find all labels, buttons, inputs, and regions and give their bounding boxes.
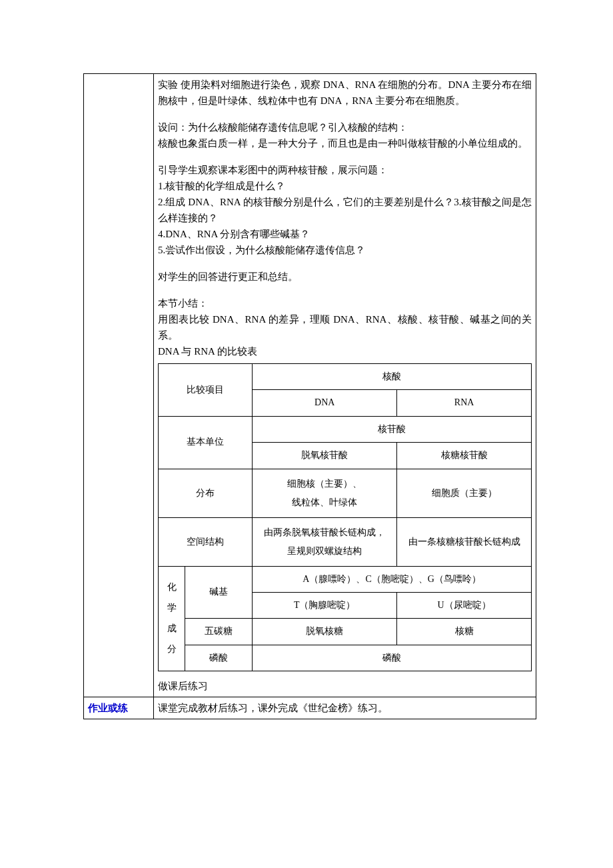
paragraph-do-practice: 做课后练习 xyxy=(158,678,532,694)
cell-ribonucleotide: 核糖核苷酸 xyxy=(397,443,532,469)
cell-common-bases: A（腺嘌呤）、C（胞嘧啶）、G（鸟嘌呤） xyxy=(253,566,532,592)
homework-text: 课堂完成教材后练习，课外完成《世纪金榜》练习。 xyxy=(158,700,532,716)
table-row: 磷酸 磷酸 xyxy=(159,645,532,671)
main-content-cell: 实验 使用染料对细胞进行染色，观察 DNA、RNA 在细胞的分布。DNA 主要分… xyxy=(154,74,536,697)
question-5: 5.尝试作出假设，为什么核酸能储存遗传信息？ xyxy=(158,242,532,258)
cell-rna-header: RNA xyxy=(397,390,532,416)
cell-phosphate-label: 磷酸 xyxy=(185,645,253,671)
cell-phosphate-value: 磷酸 xyxy=(253,645,532,671)
cell-rna-distribution: 细胞质（主要） xyxy=(397,469,532,517)
main-content-row: 实验 使用染料对细胞进行染色，观察 DNA、RNA 在细胞的分布。DNA 主要分… xyxy=(84,74,536,697)
paragraph-question-intro: 设问：为什么核酸能储存遗传信息呢？引入核酸的结构： xyxy=(158,119,532,135)
cell-distribution-label: 分布 xyxy=(159,469,253,517)
paragraph-correction: 对学生的回答进行更正和总结。 xyxy=(158,269,532,285)
cell-dna-header: DNA xyxy=(253,390,397,416)
text-line: 线粒体、叶绿体 xyxy=(292,497,357,507)
paragraph-structure-desc: 核酸也象蛋白质一样，是一种大分子，而且也是由一种叫做核苷酸的小单位组成的。 xyxy=(158,135,532,151)
table-row: 空间结构 由两条脱氧核苷酸长链构成， 呈规则双螺旋结构 由一条核糖核苷酸长链构成 xyxy=(159,517,532,566)
question-2-3: 2.组成 DNA、RNA 的核苷酸分别是什么，它们的主要差别是什么？3.核苷酸之… xyxy=(158,194,532,226)
table-row: 分布 细胞核（主要）、 线粒体、叶绿体 细胞质（主要） xyxy=(159,469,532,517)
cell-dna-distribution: 细胞核（主要）、 线粒体、叶绿体 xyxy=(253,469,397,517)
lesson-plan-table: 实验 使用染料对细胞进行染色，观察 DNA、RNA 在细胞的分布。DNA 主要分… xyxy=(83,73,536,719)
homework-row: 作业或练 课堂完成教材后练习，课外完成《世纪金榜》练习。 xyxy=(84,697,536,719)
cell-dna-structure: 由两条脱氧核苷酸长链构成， 呈规则双螺旋结构 xyxy=(253,517,397,566)
text-line: 细胞核（主要）、 xyxy=(287,479,362,489)
table-row: 基本单位 核苷酸 xyxy=(159,416,532,442)
cell-ribose: 核糖 xyxy=(397,619,532,645)
table-row: 化学成分 碱基 A（腺嘌呤）、C（胞嘧啶）、G（鸟嘌呤） xyxy=(159,566,532,592)
table-row: 比较项目 核酸 xyxy=(159,364,532,390)
cell-base-label: 碱基 xyxy=(185,566,253,619)
homework-label-cell: 作业或练 xyxy=(84,697,154,719)
question-4: 4.DNA、RNA 分别含有哪些碱基？ xyxy=(158,226,532,242)
cell-structure-label: 空间结构 xyxy=(159,517,253,566)
cell-thymine: T（胸腺嘧啶） xyxy=(253,592,397,618)
cell-rna-structure: 由一条核糖核苷酸长链构成 xyxy=(397,517,532,566)
cell-pentose-label: 五碳糖 xyxy=(185,619,253,645)
cell-nucleotide: 核苷酸 xyxy=(253,416,532,442)
cell-basic-unit-label: 基本单位 xyxy=(159,416,253,469)
table-row: 五碳糖 脱氧核糖 核糖 xyxy=(159,619,532,645)
cell-chemical-label: 化学成分 xyxy=(159,566,185,671)
main-label-cell xyxy=(84,74,154,697)
dna-rna-comparison-table: 比较项目 核酸 DNA RNA 基本单位 核苷酸 脱氧核苷酸 核糖核苷酸 分布 xyxy=(158,363,532,671)
paragraph-questions-lead: 引导学生观察课本彩图中的两种核苷酸，展示问题： xyxy=(158,162,532,178)
homework-content-cell: 课堂完成教材后练习，课外完成《世纪金榜》练习。 xyxy=(154,697,536,719)
cell-nucleic-acid: 核酸 xyxy=(253,364,532,390)
text-line: 呈规则双螺旋结构 xyxy=(287,546,362,556)
cell-uracil: U（尿嘧啶） xyxy=(397,592,532,618)
summary-title: 本节小结： xyxy=(158,295,532,311)
question-1: 1.核苷酸的化学组成是什么？ xyxy=(158,178,532,194)
paragraph-experiment: 实验 使用染料对细胞进行染色，观察 DNA、RNA 在细胞的分布。DNA 主要分… xyxy=(158,77,532,109)
cell-compare-item: 比较项目 xyxy=(159,364,253,417)
comparison-table-title: DNA 与 RNA 的比较表 xyxy=(158,343,532,359)
text-line: 由两条脱氧核苷酸长链构成， xyxy=(264,527,385,537)
cell-deoxyribonucleotide: 脱氧核苷酸 xyxy=(253,443,397,469)
cell-deoxyribose: 脱氧核糖 xyxy=(253,619,397,645)
summary-desc: 用图表比较 DNA、RNA 的差异，理顺 DNA、RNA、核酸、核苷酸、碱基之间… xyxy=(158,311,532,343)
